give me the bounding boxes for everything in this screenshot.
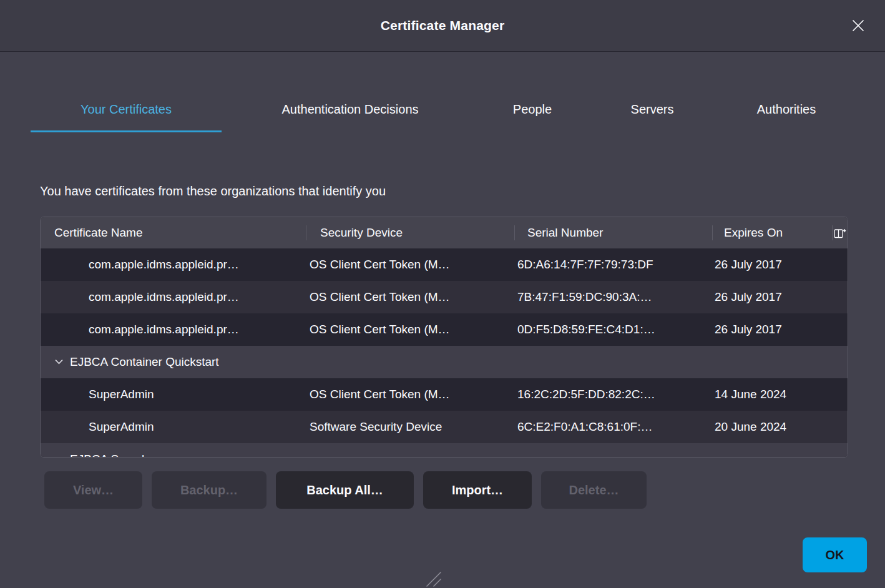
dialog-titlebar: Certificate Manager [0, 0, 885, 52]
resize-grip-icon [424, 572, 447, 588]
tab-label: People [513, 102, 552, 117]
group-label: EJBCA Container Quickstart [70, 355, 219, 369]
cert-name-cell: com.apple.idms.appleid.pr… [41, 323, 306, 336]
expires-on-cell: 20 June 2024 [713, 420, 833, 434]
table-header: Certificate Name Security Device Serial … [41, 217, 848, 248]
tab-authentication-decisions[interactable]: Authentication Decisions [222, 89, 479, 132]
backup-all-button[interactable]: Backup All… [276, 471, 414, 509]
expires-on-cell: 26 July 2017 [713, 290, 833, 304]
import-button[interactable]: Import… [423, 471, 532, 509]
table-row[interactable]: SuperAdmin OS Client Cert Token (M… 16:2… [41, 378, 848, 411]
serial-number-cell: 0D:F5:D8:59:FE:C4:D1:… [515, 323, 713, 336]
column-header-serial-number[interactable]: Serial Number [515, 217, 713, 248]
ok-button[interactable]: OK [803, 537, 867, 572]
security-device-cell: OS Client Cert Token (M… [306, 388, 515, 401]
table-row[interactable]: com.apple.idms.appleid.pr… OS Client Cer… [41, 248, 848, 281]
cert-name-cell: com.apple.idms.appleid.pr… [41, 290, 306, 304]
security-device-cell: OS Client Cert Token (M… [306, 290, 515, 304]
cert-name-cell: SuperAdmin [41, 388, 306, 401]
tab-your-certificates[interactable]: Your Certificates [31, 89, 222, 132]
tab-people[interactable]: People [479, 89, 586, 132]
serial-number-cell: 6C:E2:F0:A1:C8:61:0F:… [515, 420, 713, 434]
security-device-cell: OS Client Cert Token (M… [306, 258, 515, 272]
action-button-row: View… Backup… Backup All… Import… Delete… [44, 471, 647, 509]
certificates-table: Certificate Name Security Device Serial … [40, 217, 848, 458]
view-button: View… [44, 471, 142, 509]
tab-servers[interactable]: Servers [586, 89, 718, 132]
tab-bar: Your Certificates Authentication Decisio… [31, 89, 854, 132]
cert-name-cell: com.apple.idms.appleid.pr… [41, 258, 306, 272]
security-device-cell: Software Security Device [306, 420, 515, 434]
expires-on-cell: 14 June 2024 [713, 388, 833, 401]
tab-authorities[interactable]: Authorities [718, 89, 854, 132]
table-row[interactable]: SuperAdmin Software Security Device 6C:E… [41, 411, 848, 443]
close-icon [851, 18, 866, 33]
close-button[interactable] [846, 14, 870, 37]
group-row-clipped[interactable]: EJBCA Sample [41, 443, 848, 458]
cert-name-cell: SuperAdmin [41, 420, 306, 434]
serial-number-cell: 6D:A6:14:7F:7F:79:73:DF [515, 258, 713, 272]
resize-grip[interactable] [424, 572, 447, 588]
intro-text: You have certificates from these organiz… [40, 184, 386, 198]
tab-label: Authentication Decisions [281, 102, 418, 117]
expires-on-cell: 26 July 2017 [713, 258, 833, 272]
expires-on-cell: 26 July 2017 [713, 323, 833, 336]
chevron-down-icon[interactable] [55, 457, 63, 458]
tab-label: Servers [631, 102, 674, 117]
security-device-cell: OS Client Cert Token (M… [306, 323, 515, 336]
chevron-down-icon[interactable] [55, 360, 63, 365]
backup-button: Backup… [152, 471, 266, 509]
tab-label: Authorities [757, 102, 816, 117]
column-header-certificate-name[interactable]: Certificate Name [41, 217, 306, 248]
serial-number-cell: 16:2C:2D:5F:DD:82:2C:… [515, 388, 713, 401]
group-label: EJBCA Sample [70, 453, 151, 458]
table-body: com.apple.idms.appleid.pr… OS Client Cer… [41, 248, 848, 458]
column-header-expires-on[interactable]: Expires On [713, 217, 833, 248]
tab-label: Your Certificates [81, 102, 172, 117]
group-row[interactable]: EJBCA Container Quickstart [41, 346, 848, 378]
column-header-security-device[interactable]: Security Device [306, 217, 515, 248]
table-row[interactable]: com.apple.idms.appleid.pr… OS Client Cer… [41, 281, 848, 313]
table-row[interactable]: com.apple.idms.appleid.pr… OS Client Cer… [41, 313, 848, 346]
delete-button: Delete… [541, 471, 647, 509]
column-picker-icon [834, 228, 846, 238]
column-picker-button[interactable] [833, 217, 848, 248]
dialog-title: Certificate Manager [381, 18, 505, 33]
serial-number-cell: 7B:47:F1:59:DC:90:3A:… [515, 290, 713, 304]
